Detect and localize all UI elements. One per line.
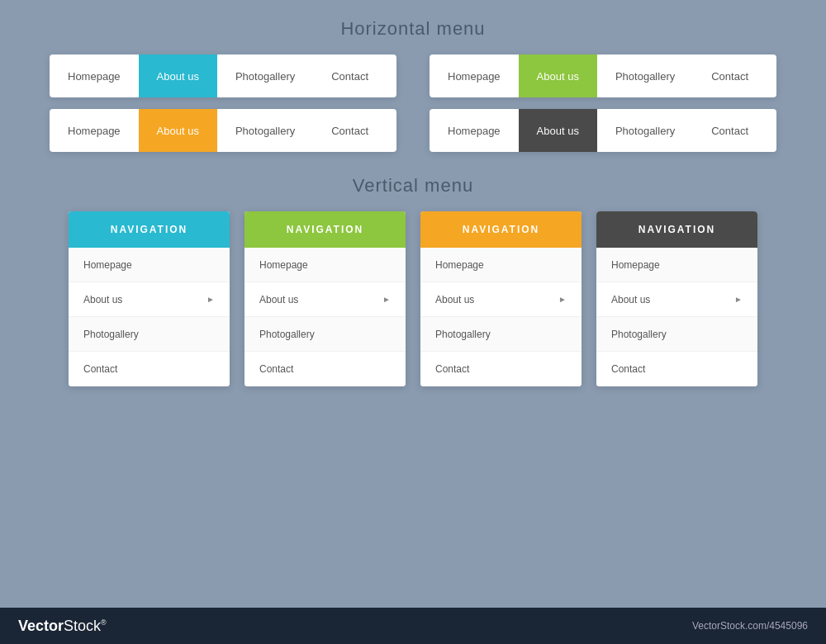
vm3-about[interactable]: About us►	[420, 282, 582, 317]
vertical-title: Vertical menu	[0, 175, 826, 197]
vm2-about[interactable]: About us►	[244, 282, 406, 317]
hm1-contact[interactable]: Contact	[313, 54, 387, 97]
vm3-about-arrow: ►	[558, 295, 567, 304]
vertical-menus-container: NAVIGATION Homepage About us► Photogalle…	[0, 211, 826, 386]
vm3-photo[interactable]: Photogallery	[420, 317, 582, 352]
vm2-header: NAVIGATION	[244, 211, 406, 248]
hm4-photo[interactable]: Photogallery	[597, 109, 693, 152]
vm4-about-arrow: ►	[734, 295, 743, 304]
vm3-header: NAVIGATION	[420, 211, 582, 248]
vm2-contact[interactable]: Contact	[244, 352, 406, 386]
hm4-contact[interactable]: Contact	[693, 109, 767, 152]
vm1-about[interactable]: About us►	[69, 282, 230, 317]
vertical-menu-yellow: NAVIGATION Homepage About us► Photogalle…	[420, 211, 582, 386]
hm2-homepage[interactable]: Homepage	[430, 54, 519, 97]
vertical-menu-green: NAVIGATION Homepage About us► Photogalle…	[244, 211, 406, 386]
horizontal-menu-dark: Homepage About us Photogallery Contact	[430, 109, 776, 152]
horizontal-menus-container: Homepage About us Photogallery Contact H…	[0, 54, 826, 152]
footer-registered-symbol: ®	[101, 618, 107, 627]
hm2-about[interactable]: About us	[519, 54, 597, 97]
vm4-about[interactable]: About us►	[596, 282, 757, 317]
hm1-homepage[interactable]: Homepage	[50, 54, 139, 97]
vm1-header: NAVIGATION	[69, 211, 230, 248]
hm3-contact[interactable]: Contact	[313, 109, 387, 152]
vm1-homepage[interactable]: Homepage	[69, 248, 230, 282]
footer-brand-left: VectorStock®	[18, 618, 107, 635]
vm2-about-arrow: ►	[382, 295, 391, 304]
hm3-about[interactable]: About us	[139, 109, 217, 152]
horizontal-menu-yellow: Homepage About us Photogallery Contact	[50, 109, 396, 152]
vm2-photo[interactable]: Photogallery	[244, 317, 406, 352]
vm4-photo[interactable]: Photogallery	[596, 317, 757, 352]
hm1-photo[interactable]: Photogallery	[217, 54, 313, 97]
hm4-homepage[interactable]: Homepage	[430, 109, 519, 152]
vm1-photo[interactable]: Photogallery	[69, 317, 230, 352]
vm2-homepage[interactable]: Homepage	[244, 248, 406, 282]
footer-brand-vector: Vector	[18, 618, 64, 634]
horizontal-menu-green: Homepage About us Photogallery Contact	[430, 54, 776, 97]
footer: VectorStock® VectorStock.com/4545096	[0, 608, 826, 644]
hm2-contact[interactable]: Contact	[693, 54, 767, 97]
horizontal-left-column: Homepage About us Photogallery Contact H…	[50, 54, 396, 152]
footer-brand-stock: Stock	[64, 618, 101, 634]
hm1-about[interactable]: About us	[139, 54, 217, 97]
vm1-about-arrow: ►	[206, 295, 215, 304]
vm3-contact[interactable]: Contact	[420, 352, 582, 386]
hm2-photo[interactable]: Photogallery	[597, 54, 693, 97]
vm4-header: NAVIGATION	[596, 211, 757, 248]
vertical-menu-blue: NAVIGATION Homepage About us► Photogalle…	[69, 211, 230, 386]
horizontal-menu-blue: Homepage About us Photogallery Contact	[50, 54, 396, 97]
horizontal-title: Horizontal menu	[0, 18, 826, 40]
horizontal-right-column: Homepage About us Photogallery Contact H…	[430, 54, 776, 152]
vertical-section: Vertical menu NAVIGATION Homepage About …	[0, 175, 826, 386]
vm4-contact[interactable]: Contact	[596, 352, 757, 386]
vm3-homepage[interactable]: Homepage	[420, 248, 582, 282]
vm1-contact[interactable]: Contact	[69, 352, 230, 386]
horizontal-section: Horizontal menu Homepage About us Photog…	[0, 0, 826, 152]
footer-brand-right: VectorStock.com/4545096	[692, 620, 808, 632]
vm4-homepage[interactable]: Homepage	[596, 248, 757, 282]
hm4-about[interactable]: About us	[519, 109, 597, 152]
vertical-menu-dark: NAVIGATION Homepage About us► Photogalle…	[596, 211, 757, 386]
hm3-homepage[interactable]: Homepage	[50, 109, 139, 152]
hm3-photo[interactable]: Photogallery	[217, 109, 313, 152]
